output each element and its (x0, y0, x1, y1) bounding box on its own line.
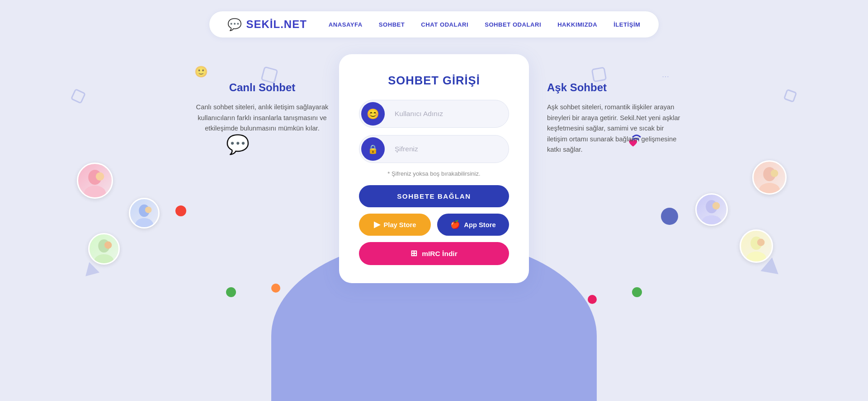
right-panel: Aşk Sohbet Aşk sohbet siteleri, romantik… (529, 54, 683, 155)
app-store-label: App Store (464, 221, 495, 228)
password-input[interactable] (387, 137, 509, 161)
play-store-button[interactable]: ▶ Play Store (359, 214, 431, 236)
logo-text: SEKİL.NET (246, 18, 307, 31)
nav-sohbet[interactable]: SOHBET (379, 21, 405, 28)
nav-links: ANASAYFA SOHBET CHAT ODALARI SOHBET ODAL… (329, 21, 641, 28)
nav-anasayfa[interactable]: ANASAYFA (329, 21, 363, 28)
nav-hakkimizda[interactable]: HAKKIMIZDA (557, 21, 597, 28)
password-icon-box: 🔒 (361, 137, 385, 161)
mirc-icon: ⊞ (410, 249, 417, 258)
username-input[interactable] (387, 102, 509, 126)
navbar: 💬 SEKİL.NET ANASAYFA SOHBET CHAT ODALARI… (0, 0, 868, 45)
username-icon-box: 😊 (361, 102, 385, 126)
logo-icon: 💬 (227, 18, 242, 31)
connect-button[interactable]: SOHBETE BAĞLAN (359, 185, 509, 207)
nav-sohbet-odalari[interactable]: SOHBET ODALARI (485, 21, 541, 28)
smiley-icon: 😊 (367, 108, 379, 120)
username-input-group: 😊 (359, 100, 509, 128)
right-panel-title: Aşk Sohbet (547, 81, 683, 94)
card-title: SOHBET GİRİŞİ (388, 74, 480, 87)
apple-icon: 🍎 (450, 220, 460, 229)
password-input-group: 🔒 (359, 135, 509, 163)
left-panel-desc: Canlı sohbet siteleri, anlık iletişim sa… (185, 102, 339, 134)
play-icon: ▶ (374, 220, 380, 229)
nav-iletisim[interactable]: İLETİŞİM (613, 21, 640, 28)
left-panel-title: Canlı Sohbet (185, 81, 339, 94)
hint-text: * Şifreniz yoksa boş bırakabilirsiniz. (387, 170, 480, 177)
right-panel-desc: Aşk sohbet siteleri, romantik ilişkiler … (547, 102, 683, 155)
mirc-button[interactable]: ⊞ mIRC İndir (359, 242, 509, 265)
app-store-button[interactable]: 🍎 App Store (437, 214, 509, 236)
login-card: SOHBET GİRİŞİ 😊 🔒 * Şifreniz yoksa boş b… (339, 54, 529, 283)
nav-chat-odalari[interactable]: CHAT ODALARI (421, 21, 468, 28)
play-store-label: Play Store (384, 221, 416, 228)
store-buttons: ▶ Play Store 🍎 App Store (359, 214, 509, 236)
mirc-label: mIRC İndir (422, 250, 457, 258)
lock-icon: 🔒 (368, 144, 378, 154)
left-panel: Canlı Sohbet Canlı sohbet siteleri, anlı… (185, 54, 339, 134)
logo[interactable]: 💬 SEKİL.NET (227, 18, 307, 31)
